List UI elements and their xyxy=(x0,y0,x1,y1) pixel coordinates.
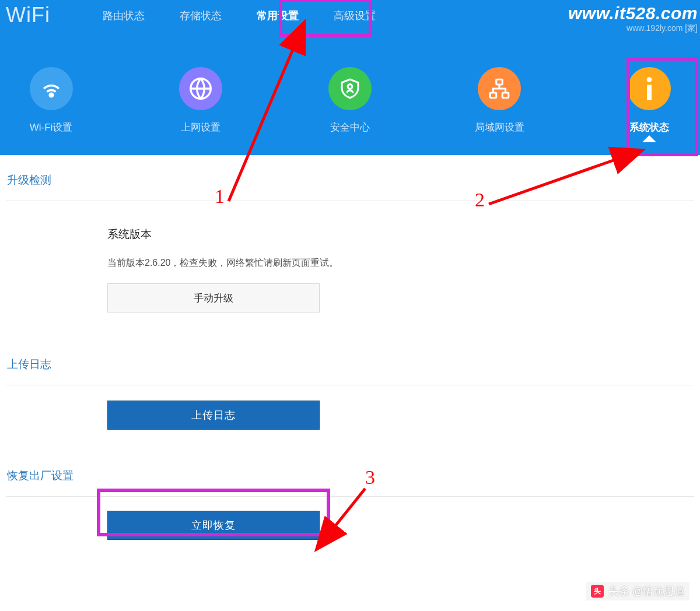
watermark-sub: www.192ly.com [家] xyxy=(626,23,698,34)
icon-item-security[interactable]: 安全中心 xyxy=(317,67,384,134)
icon-item-wifi[interactable]: Wi-Fi设置 xyxy=(18,67,85,134)
icon-item-lan[interactable]: 局域网设置 xyxy=(466,67,533,134)
version-info-text: 当前版本2.6.20，检查失败，网络繁忙请刷新页面重试。 xyxy=(107,257,694,269)
svg-rect-5 xyxy=(503,93,509,98)
factory-reset-button[interactable]: 立即恢复 xyxy=(107,511,320,540)
section-title-upgrade: 升级检测 xyxy=(6,155,694,201)
svg-rect-4 xyxy=(491,93,497,98)
upload-log-button[interactable]: 上传日志 xyxy=(107,401,320,430)
manual-upgrade-button[interactable]: 手动升级 xyxy=(107,283,320,312)
header: WiFi 路由状态 存储状态 常用设置 高级设置 www.it528.com w… xyxy=(0,0,700,155)
network-icon xyxy=(478,67,521,110)
active-indicator-icon xyxy=(642,135,656,142)
watermark-url: www.it528.com xyxy=(568,3,698,23)
brand-logo: WiFi xyxy=(6,3,50,27)
bottom-watermark: 头 头条 @悟途思道 xyxy=(586,582,690,601)
svg-point-6 xyxy=(646,77,652,82)
nav-common-settings[interactable]: 常用设置 xyxy=(239,1,316,30)
shield-icon xyxy=(328,67,372,110)
toutiao-icon: 头 xyxy=(591,585,604,598)
system-version-heading: 系统版本 xyxy=(107,227,694,242)
svg-rect-3 xyxy=(496,79,503,85)
icon-item-system-status[interactable]: 系统状态 xyxy=(615,67,682,134)
icon-label: 局域网设置 xyxy=(475,121,524,134)
nav-router-status[interactable]: 路由状态 xyxy=(85,1,162,30)
icon-label: Wi-Fi设置 xyxy=(30,121,73,134)
nav-items: 路由状态 存储状态 常用设置 高级设置 xyxy=(85,1,393,30)
icon-item-internet[interactable]: 上网设置 xyxy=(167,67,234,134)
svg-point-2 xyxy=(348,85,352,89)
globe-icon xyxy=(179,67,222,110)
nav-storage-status[interactable]: 存储状态 xyxy=(162,1,239,30)
info-icon xyxy=(628,67,671,110)
icon-label: 上网设置 xyxy=(181,121,220,134)
section-title-log: 上传日志 xyxy=(6,339,694,385)
section-body-factory: 立即恢复 xyxy=(6,497,694,540)
wifi-icon xyxy=(30,67,73,110)
annotation-number-2: 2 xyxy=(475,189,485,211)
annotation-number-3: 3 xyxy=(365,466,375,489)
svg-point-0 xyxy=(50,93,53,97)
annotation-number-1: 1 xyxy=(215,185,225,208)
section-body-log: 上传日志 xyxy=(6,385,694,451)
content: 升级检测 系统版本 当前版本2.6.20，检查失败，网络繁忙请刷新页面重试。 手… xyxy=(0,155,700,540)
section-body-upgrade: 系统版本 当前版本2.6.20，检查失败，网络繁忙请刷新页面重试。 手动升级 xyxy=(6,201,694,339)
icon-label: 安全中心 xyxy=(330,121,370,134)
icon-label: 系统状态 xyxy=(629,121,669,134)
icon-row: Wi-Fi设置 上网设置 安全中心 局域网设置 系统状态 xyxy=(0,58,700,134)
nav-advanced-settings[interactable]: 高级设置 xyxy=(316,1,393,30)
bottom-watermark-text: 头条 @悟途思道 xyxy=(608,584,685,598)
svg-rect-7 xyxy=(647,85,652,100)
section-title-factory: 恢复出厂设置 xyxy=(6,451,694,497)
